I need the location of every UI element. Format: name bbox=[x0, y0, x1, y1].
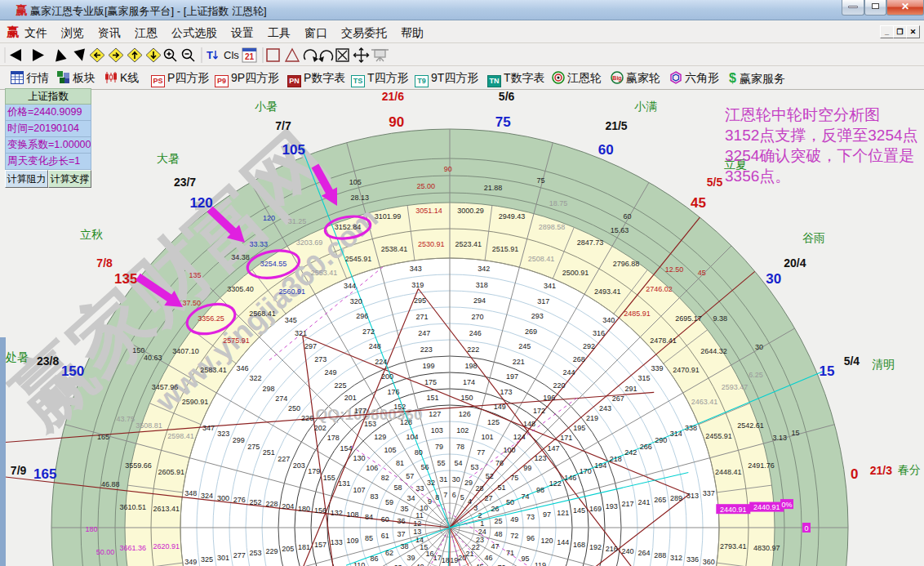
svg-text:345: 345 bbox=[285, 316, 297, 324]
svg-text:2500.91: 2500.91 bbox=[562, 269, 589, 277]
svg-text:244: 244 bbox=[563, 368, 575, 377]
svg-text:271: 271 bbox=[416, 313, 429, 321]
svg-text:2644.32: 2644.32 bbox=[700, 347, 727, 355]
svg-text:336: 336 bbox=[686, 555, 699, 564]
svg-text:2605.91: 2605.91 bbox=[158, 468, 184, 476]
svg-text:229: 229 bbox=[265, 547, 278, 555]
svg-text:179: 179 bbox=[308, 467, 320, 475]
svg-text:25: 25 bbox=[494, 517, 502, 525]
svg-text:2485.91: 2485.91 bbox=[624, 310, 651, 318]
svg-text:45: 45 bbox=[475, 563, 483, 566]
svg-text:2560.91: 2560.91 bbox=[278, 287, 305, 296]
svg-text:3152点支撑，反弹至3254点: 3152点支撑，反弹至3254点 bbox=[725, 127, 918, 144]
svg-text:243: 243 bbox=[599, 404, 611, 412]
svg-text:29: 29 bbox=[464, 479, 473, 487]
svg-text:77: 77 bbox=[477, 448, 485, 457]
svg-text:春分: 春分 bbox=[898, 463, 921, 476]
svg-text:60: 60 bbox=[623, 212, 631, 221]
svg-text:130: 130 bbox=[353, 454, 365, 462]
svg-text:193: 193 bbox=[606, 502, 618, 510]
svg-text:21.88: 21.88 bbox=[484, 184, 503, 192]
svg-text:60: 60 bbox=[381, 515, 389, 524]
svg-text:125: 125 bbox=[487, 418, 500, 426]
svg-text:120: 120 bbox=[540, 537, 553, 545]
svg-text:223: 223 bbox=[420, 345, 433, 354]
svg-text:290: 290 bbox=[655, 436, 667, 444]
svg-text:小满: 小满 bbox=[634, 100, 657, 113]
svg-text:216: 216 bbox=[606, 545, 618, 553]
svg-text:95: 95 bbox=[521, 555, 529, 563]
svg-text:180: 180 bbox=[298, 505, 310, 513]
svg-text:288: 288 bbox=[654, 551, 666, 559]
svg-text:107: 107 bbox=[353, 486, 366, 494]
svg-text:246: 246 bbox=[469, 329, 482, 337]
svg-text:106: 106 bbox=[366, 464, 378, 472]
svg-text:96: 96 bbox=[526, 534, 535, 542]
svg-text:19: 19 bbox=[450, 556, 458, 564]
svg-text:大暑: 大暑 bbox=[157, 152, 180, 165]
svg-text:90: 90 bbox=[389, 114, 404, 130]
svg-text:267: 267 bbox=[612, 394, 624, 403]
svg-text:325: 325 bbox=[201, 555, 213, 564]
svg-text:100: 100 bbox=[504, 446, 516, 454]
svg-text:45: 45 bbox=[698, 269, 706, 277]
svg-text:28.13: 28.13 bbox=[351, 194, 370, 202]
svg-text:13: 13 bbox=[413, 528, 421, 536]
svg-text:218: 218 bbox=[610, 455, 622, 463]
svg-text:105: 105 bbox=[384, 446, 396, 454]
svg-text:2463.41: 2463.41 bbox=[691, 398, 718, 406]
svg-text:75: 75 bbox=[536, 176, 544, 185]
svg-text:12: 12 bbox=[413, 519, 421, 528]
svg-text:27: 27 bbox=[485, 494, 493, 502]
svg-text:222: 222 bbox=[467, 345, 479, 354]
svg-text:3254.55: 3254.55 bbox=[260, 260, 287, 268]
svg-text:133: 133 bbox=[331, 538, 343, 546]
svg-text:3610.51: 3610.51 bbox=[120, 503, 147, 511]
svg-text:15: 15 bbox=[791, 429, 799, 437]
svg-text:124: 124 bbox=[513, 433, 526, 441]
svg-text:3000.29: 3000.29 bbox=[457, 207, 484, 215]
svg-text:219: 219 bbox=[586, 414, 598, 422]
svg-text:146: 146 bbox=[564, 474, 576, 482]
svg-text:2553.41: 2553.41 bbox=[311, 269, 338, 277]
svg-text:3: 3 bbox=[473, 504, 478, 512]
svg-text:61: 61 bbox=[381, 532, 389, 540]
svg-text:323: 323 bbox=[217, 430, 229, 438]
svg-text:148: 148 bbox=[523, 420, 535, 428]
svg-text:132: 132 bbox=[331, 509, 343, 517]
svg-text:84: 84 bbox=[365, 513, 373, 521]
svg-text:174: 174 bbox=[463, 378, 475, 386]
svg-text:46.88: 46.88 bbox=[101, 480, 120, 488]
svg-text:150: 150 bbox=[460, 394, 473, 402]
svg-text:2478.41: 2478.41 bbox=[650, 336, 677, 345]
svg-text:293: 293 bbox=[531, 312, 544, 320]
svg-text:2: 2 bbox=[478, 511, 482, 519]
svg-text:3101.99: 3101.99 bbox=[375, 212, 402, 221]
svg-text:172: 172 bbox=[533, 407, 545, 415]
svg-text:102: 102 bbox=[456, 426, 469, 435]
svg-text:264: 264 bbox=[637, 549, 650, 557]
svg-text:196: 196 bbox=[543, 394, 555, 402]
svg-text:31.25: 31.25 bbox=[288, 217, 307, 225]
svg-text:80: 80 bbox=[415, 448, 423, 457]
svg-text:17: 17 bbox=[433, 554, 442, 562]
svg-text:5/4: 5/4 bbox=[844, 354, 860, 368]
svg-text:3356点。: 3356点。 bbox=[725, 167, 790, 185]
svg-text:228: 228 bbox=[265, 500, 278, 508]
svg-text:199: 199 bbox=[422, 362, 434, 370]
svg-text:270: 270 bbox=[471, 313, 483, 321]
svg-text:76: 76 bbox=[495, 459, 504, 467]
svg-text:7/7: 7/7 bbox=[275, 119, 291, 132]
svg-text:3661.36: 3661.36 bbox=[120, 544, 147, 552]
svg-text:245: 245 bbox=[518, 342, 531, 350]
svg-text:123: 123 bbox=[535, 454, 547, 462]
svg-text:47: 47 bbox=[491, 542, 499, 550]
svg-text:2448.41: 2448.41 bbox=[715, 468, 742, 476]
svg-text:241: 241 bbox=[637, 498, 650, 506]
svg-text:220: 220 bbox=[553, 381, 565, 390]
svg-text:249: 249 bbox=[324, 368, 336, 377]
svg-text:181: 181 bbox=[298, 543, 310, 551]
svg-text:21/5: 21/5 bbox=[605, 119, 627, 132]
svg-text:40: 40 bbox=[415, 563, 424, 566]
svg-text:322: 322 bbox=[249, 374, 261, 382]
